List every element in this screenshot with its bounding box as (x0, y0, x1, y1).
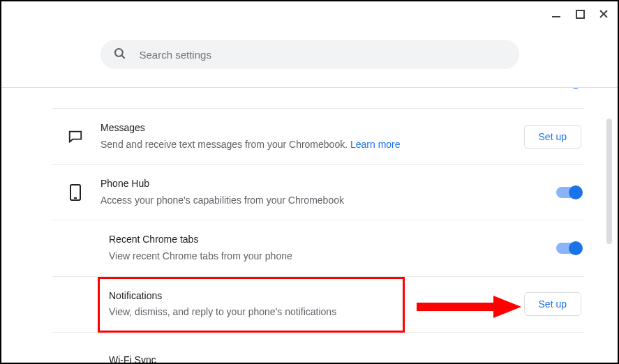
row-title: Notifications (109, 289, 516, 303)
search-icon (113, 47, 127, 63)
svg-line-5 (121, 55, 124, 58)
toggle-phone-hub[interactable] (556, 187, 581, 198)
row-subtitle: View, dismiss, and reply to your phone's… (109, 305, 516, 319)
row-phone-hub[interactable]: Phone Hub Access your phone's capabiliti… (52, 165, 584, 220)
row-wifi-sync[interactable]: Wi-Fi Sync (52, 333, 584, 363)
window-controls (549, 7, 611, 21)
row-recent-chrome-tabs[interactable]: Recent Chrome tabs View recent Chrome ta… (52, 220, 584, 276)
row-subtitle: Send and receive text messages from your… (100, 138, 516, 152)
maximize-icon[interactable] (573, 7, 587, 21)
row-subtitle: Connect to the internet through your pho… (100, 88, 548, 89)
settings-header (1, 1, 618, 88)
row-notifications[interactable]: Notifications View, dismiss, and reply t… (52, 277, 584, 333)
scrollbar[interactable] (606, 92, 613, 315)
row-title: Recent Chrome tabs (109, 233, 548, 247)
messages-icon (67, 129, 84, 144)
row-subtitle: Access your phone's capabilities from yo… (100, 194, 548, 208)
svg-rect-1 (576, 10, 584, 18)
minimize-icon[interactable] (549, 7, 563, 21)
search-bar[interactable] (100, 40, 519, 69)
learn-more-link[interactable]: Learn more (350, 139, 401, 150)
svg-point-4 (114, 48, 122, 56)
scrollbar-thumb[interactable] (606, 119, 612, 244)
search-input[interactable] (138, 48, 507, 61)
row-messages[interactable]: Messages Send and receive text messages … (52, 109, 584, 165)
row-title: Messages (100, 121, 516, 135)
row-title: Phone Hub (100, 177, 548, 191)
setup-messages-button[interactable]: Set up (524, 125, 581, 149)
row-title: Wi-Fi Sync (109, 354, 584, 363)
settings-content: Connect to the internet through your pho… (1, 88, 618, 363)
close-icon[interactable] (597, 7, 611, 21)
phone-icon (67, 184, 84, 201)
toggle-recent-tabs[interactable] (556, 243, 581, 254)
row-instant-tethering[interactable]: Connect to the internet through your pho… (52, 88, 584, 109)
setup-notifications-button[interactable]: Set up (524, 292, 581, 316)
row-subtitle: View recent Chrome tabs from your phone (109, 250, 548, 264)
